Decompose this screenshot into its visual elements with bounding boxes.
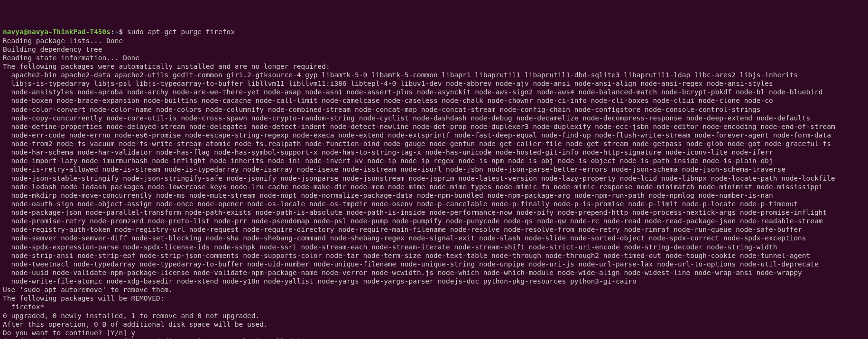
output-line: node-boxen node-brace-expansion node-bui…: [3, 97, 773, 104]
prompt-line-1: navya@navya-ThinkPad-T450s:~$ sudo apt-g…: [3, 28, 235, 36]
output-line: Reading package lists... Done: [3, 37, 123, 45]
output-line: node-write-file-atomic node-xdg-basedir …: [3, 277, 637, 285]
output-line: node-from2 node-fs-vacuum node-fs-write-…: [3, 140, 831, 147]
output-line: The following packages will be REMOVED:: [3, 294, 164, 302]
output-line: node-json-stable-stringify node-json-str…: [3, 174, 835, 182]
output-line: Building dependency tree: [3, 46, 102, 53]
output-line: apache2-bin apache2-data apache2-utils g…: [3, 71, 798, 79]
output-line: node-semver node-semver-diff node-set-bl…: [3, 234, 806, 242]
output-line: node-uuid node-validate-npm-package-lice…: [3, 269, 802, 276]
output-line: node-har-schema node-har-validator node-…: [3, 148, 773, 156]
output-line: libjs-is-typedarray libjs-psl libjs-type…: [3, 80, 773, 87]
output-line: node-mkdirp node-move-concurrently node-…: [3, 192, 773, 199]
output-line: node-err-code node-errno node-es6-promis…: [3, 131, 831, 139]
output-line: node-ansistyles node-aproba node-archy n…: [3, 88, 823, 96]
output-line: node-package-json node-parallel-transfor…: [3, 209, 827, 216]
output-line: The following packages were automaticall…: [3, 63, 330, 70]
output-line: node-oauth-sign node-object-assign node-…: [3, 200, 798, 208]
output-line: node-import-lazy node-imurmurhash node-i…: [3, 157, 773, 165]
prompt-userhost: navya@navya-ThinkPad-T450s: [3, 28, 111, 36]
output-line: firefox*: [3, 303, 44, 311]
output-line: After this operation, 0 B of additional …: [3, 321, 268, 328]
output-line: node-lodash node-lodash-packages node-lo…: [3, 183, 823, 191]
output-line: node-promise-retry node-promzard node-pr…: [3, 217, 823, 225]
command-text: sudo apt-get purge firefox: [127, 28, 235, 36]
output-line: node-copy-concurrently node-core-util-is…: [3, 114, 810, 122]
output-line: 0 upgraded, 0 newly installed, 1 to remo…: [3, 312, 259, 320]
output-line: node-define-properties node-delayed-stre…: [3, 123, 835, 130]
output-line: node-color-convert node-color-name node-…: [3, 106, 761, 113]
terminal-output[interactable]: navya@navya-ThinkPad-T450s:~$ sudo apt-g…: [3, 27, 865, 339]
output-line: node-spdx-expression-parse node-spdx-lic…: [3, 243, 777, 251]
output-line: node-registry-auth-token node-registry-u…: [3, 226, 802, 233]
output-line: node-strip-ansi node-strip-eof node-stri…: [3, 252, 810, 259]
output-line: node-tweetnacl node-typedarray node-type…: [3, 260, 819, 268]
prompt-colon: :: [111, 28, 115, 36]
output-line: Reading state information... Done: [3, 54, 139, 62]
output-line: node-is-retry-allowed node-is-stream nod…: [3, 165, 785, 173]
output-line: Use 'sudo apt autoremove' to remove them…: [3, 286, 173, 293]
output-line: Do you want to continue? [Y/n] y: [3, 329, 135, 337]
prompt-dollar: $: [119, 28, 123, 36]
